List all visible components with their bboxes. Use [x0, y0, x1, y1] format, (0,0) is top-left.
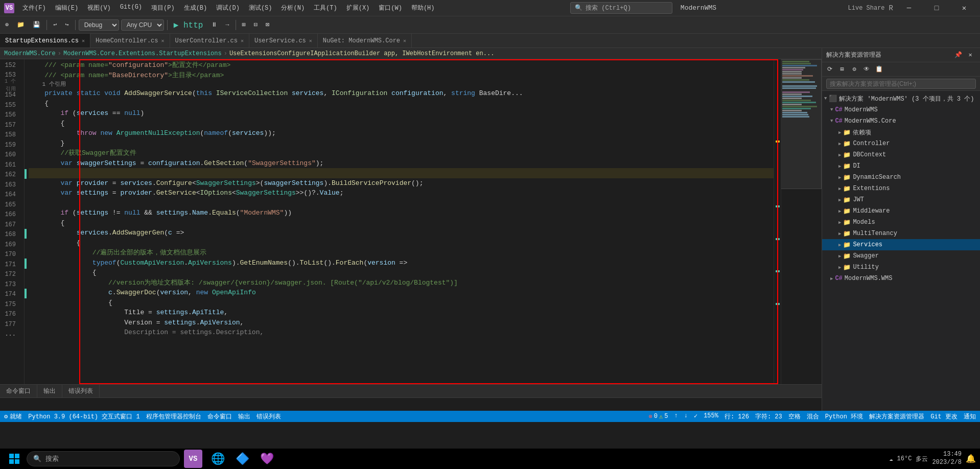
- toolbar: ⊕ 📁 💾 ↩ ↪ Debug Release Any CPU ▶ http ⏸…: [0, 16, 980, 34]
- tree-project-core[interactable]: ▼ C# ModernWMS.Core: [822, 115, 980, 127]
- tree-project-wms[interactable]: ▶ C# ModernWMS.WMS: [822, 273, 980, 284]
- tab-close-btn[interactable]: ✕: [161, 38, 164, 44]
- menu-build[interactable]: 生成(B): [180, 2, 212, 14]
- tree-folder-extentions[interactable]: ▶ 📁 Extentions: [822, 183, 980, 194]
- menu-window[interactable]: 窗口(W): [375, 2, 406, 14]
- menu-view[interactable]: 视图(V): [83, 2, 115, 14]
- notifications: 通知: [964, 412, 976, 421]
- scrollbar-right[interactable]: [774, 59, 781, 384]
- step-btn[interactable]: →: [222, 20, 232, 30]
- debug-mode-dropdown[interactable]: Debug Release: [79, 19, 119, 31]
- maximize-btn[interactable]: □: [925, 0, 948, 16]
- notification-icon[interactable]: 🔔: [966, 454, 976, 464]
- taskbar-app-edge[interactable]: 🔷: [231, 450, 253, 468]
- close-btn[interactable]: ✕: [952, 0, 976, 16]
- tree-folder-middleware[interactable]: ▶ 📁 Middleware: [822, 205, 980, 217]
- menu-analyze[interactable]: 分析(N): [277, 2, 309, 14]
- redo-btn[interactable]: ↪: [62, 20, 72, 30]
- bottom-tab-errors[interactable]: 错误列表: [62, 385, 100, 397]
- panel-pin-btn[interactable]: 📌: [952, 50, 964, 61]
- taskbar-app-browser[interactable]: 🌐: [206, 450, 229, 468]
- open-btn[interactable]: 📁: [14, 20, 28, 30]
- code-editor[interactable]: 152 153 1 个引用 154 155 156 157 158 159 16…: [0, 59, 822, 384]
- tree-folder-di[interactable]: ▶ 📁 DI: [822, 160, 980, 172]
- tab-user-controller[interactable]: UserController.cs ✕: [170, 34, 249, 48]
- new-file-btn[interactable]: ⊕: [2, 20, 12, 30]
- tab-user-service[interactable]: UserService.cs ✕: [249, 34, 318, 48]
- tree-folder-services[interactable]: ▶ 📁 Services: [822, 239, 980, 250]
- tree-folder-dynamicsearch[interactable]: ▶ 📁 DynamicSearch: [822, 172, 980, 183]
- minimize-btn[interactable]: ─: [897, 0, 921, 16]
- code-content[interactable]: /// <param name="configuration">配置文件</pa…: [27, 59, 774, 384]
- live-share-btn[interactable]: Live Share: [848, 5, 885, 12]
- bottom-tab-output[interactable]: 输出: [37, 385, 62, 397]
- menu-project[interactable]: 项目(P): [147, 2, 179, 14]
- tree-folder-jwt[interactable]: ▶ 📁 JWT: [822, 194, 980, 205]
- menu-extensions[interactable]: 扩展(X): [342, 2, 374, 14]
- taskbar-app-purple[interactable]: 💜: [255, 450, 278, 468]
- extra-btn1[interactable]: ⊞: [239, 20, 249, 30]
- solution-search-bar: [822, 77, 980, 91]
- status-cmd: 命令窗口: [207, 412, 232, 421]
- status-output: 输出: [238, 412, 250, 421]
- bottom-tab-cmd[interactable]: 命令窗口: [0, 385, 37, 397]
- search-box[interactable]: 🔍 搜索 (Ctrl+Q): [570, 2, 672, 14]
- expand-icon: ▼: [830, 107, 833, 112]
- tree-folder-dbcontext[interactable]: ▶ 📁 DBContext: [822, 149, 980, 160]
- filter-btn[interactable]: ⊞: [836, 64, 848, 75]
- status-pkg-manager: 程序包管理器控制台: [146, 412, 201, 421]
- menu-tools[interactable]: 工具(T): [310, 2, 341, 14]
- menu-debug[interactable]: 调试(D): [212, 2, 244, 14]
- status-line: 行: 126: [725, 412, 749, 421]
- tab-close-btn[interactable]: ✕: [241, 38, 244, 44]
- tree-folder-deps[interactable]: ▶ 📁 依赖项: [822, 127, 980, 138]
- solution-search-input[interactable]: [826, 79, 976, 89]
- folder-label: Extentions: [853, 185, 890, 192]
- panel-close-btn[interactable]: ✕: [965, 50, 976, 61]
- code-line: /// <param name="BaseDirectory">主目录</par…: [29, 71, 774, 81]
- search-icon: 🔍: [33, 455, 41, 463]
- pause-btn[interactable]: ⏸: [208, 20, 220, 30]
- project-icon: C#: [835, 106, 842, 113]
- code-line: var swaggerSettings = configuration.GetS…: [29, 158, 774, 169]
- taskbar-search[interactable]: 🔍 搜索: [27, 451, 180, 466]
- cpu-dropdown[interactable]: Any CPU: [121, 19, 164, 31]
- expand-icon: ▼: [830, 119, 833, 124]
- menu-git[interactable]: Git(G): [116, 2, 146, 14]
- menu-test[interactable]: 测试(S): [245, 2, 276, 14]
- tree-project-modernwms[interactable]: ▼ C# ModernWMS: [822, 104, 980, 115]
- tab-nuget[interactable]: NuGet: ModernWMS.Core ✕: [318, 34, 412, 48]
- tree-folder-swagger[interactable]: ▶ 📁 Swagger: [822, 250, 980, 262]
- sep3: [167, 20, 168, 30]
- expand-icon: ▶: [838, 152, 841, 158]
- folder-label: 依赖项: [853, 128, 871, 137]
- run-btn[interactable]: ▶ http: [171, 19, 206, 31]
- taskbar-app-vs[interactable]: VS: [182, 450, 204, 468]
- properties-btn[interactable]: 📋: [873, 64, 884, 75]
- tab-close-btn[interactable]: ✕: [403, 38, 406, 44]
- extra-btn2[interactable]: ⊟: [251, 20, 261, 30]
- tab-close-btn[interactable]: ✕: [309, 38, 312, 44]
- sync-btn[interactable]: ⟳: [824, 64, 835, 75]
- settings-btn[interactable]: ⚙: [849, 64, 860, 75]
- tree-folder-multitenancy[interactable]: ▶ 📁 MultiTenancy: [822, 228, 980, 239]
- panel-header-btns: 📌 ✕: [952, 50, 976, 61]
- undo-btn[interactable]: ↩: [50, 20, 60, 30]
- folder-icon: 📁: [843, 140, 851, 148]
- tree-solution[interactable]: ▼ ⬛ 解决方案 'ModernWMS' (3 个项目，共 3 个): [822, 93, 980, 104]
- start-button[interactable]: [4, 450, 25, 468]
- tree-folder-controller[interactable]: ▶ 📁 Controller: [822, 138, 980, 149]
- app-icon: VS: [4, 3, 14, 13]
- menu-edit[interactable]: 编辑(E): [51, 2, 83, 14]
- menu-help[interactable]: 帮助(H): [407, 2, 439, 14]
- tree-folder-models[interactable]: ▶ 📁 Models: [822, 217, 980, 228]
- save-btn[interactable]: 💾: [30, 20, 43, 30]
- preview-btn[interactable]: 👁: [861, 64, 872, 75]
- tab-home-controller[interactable]: HomeController.cs ✕: [90, 34, 170, 48]
- tab-close-btn[interactable]: ✕: [82, 38, 85, 44]
- tree-folder-utility[interactable]: ▶ 📁 Utility: [822, 262, 980, 273]
- menu-file[interactable]: 文件(F): [18, 2, 50, 14]
- expand-icon: ▶: [838, 186, 841, 192]
- extra-btn3[interactable]: ⊠: [263, 20, 272, 30]
- tab-startup-extensions[interactable]: StartupExtensions.cs ✕: [0, 34, 90, 48]
